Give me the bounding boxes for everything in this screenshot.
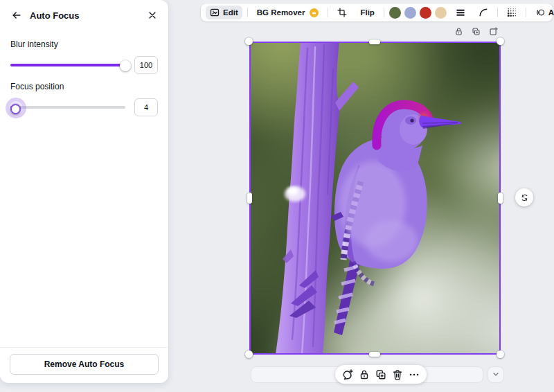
edit-image-icon (210, 8, 220, 17)
eye (410, 118, 413, 122)
curve-icon (479, 8, 488, 17)
remove-auto-focus-button[interactable]: Remove Auto Focus (10, 354, 159, 375)
resize-handle-top[interactable] (369, 39, 380, 44)
curve-button[interactable] (474, 6, 492, 19)
blur-intensity-label: Blur intensity (10, 39, 158, 49)
woodpecker-subject (249, 42, 501, 355)
photo-color-swatch-tan[interactable] (435, 7, 447, 19)
back-button[interactable] (10, 9, 23, 21)
lock-icon (454, 27, 463, 36)
resize-handle-bottom[interactable] (369, 352, 380, 357)
ellipsis-icon (409, 369, 420, 380)
blur-intensity-slider[interactable] (10, 59, 125, 71)
top-toolbar: Edit BG Remover Flip (201, 3, 553, 21)
photo-color-swatches (389, 7, 447, 19)
auto-focus-panel: Auto Focus Blur intensity 100 (0, 0, 168, 383)
animate-icon (535, 8, 545, 17)
toolbar-divider (384, 8, 384, 17)
focus-position-label: Focus position (10, 82, 158, 91)
panel-footer: Remove Auto Focus (0, 347, 168, 383)
trash-icon (392, 369, 403, 380)
add-page-icon (489, 27, 498, 36)
toolbar-divider (247, 8, 248, 17)
edit-button[interactable]: Edit (206, 6, 242, 19)
blur-intensity-row: 100 (10, 57, 158, 73)
slider-fill (10, 64, 125, 66)
transparency-button[interactable] (503, 6, 521, 19)
slider-fill (10, 106, 16, 109)
focus-position-slider[interactable] (10, 101, 125, 114)
toolbar-divider (526, 8, 526, 17)
focus-position-value[interactable]: 4 (134, 98, 158, 116)
delete-button[interactable] (392, 369, 403, 380)
chevron-down-icon (492, 370, 500, 380)
blur-slider-thumb[interactable] (120, 60, 131, 71)
crop-icon (337, 8, 347, 17)
line-style-icon (456, 8, 465, 17)
edit-label: Edit (223, 8, 238, 17)
rotate-icon (520, 193, 529, 202)
duplicate-page-icon (472, 27, 481, 36)
animate-label: Animate (548, 8, 554, 17)
close-icon (148, 10, 157, 20)
canva-editor: Edit BG Remover Flip (0, 0, 554, 392)
animate-button[interactable]: Animate (531, 6, 554, 19)
lock-button[interactable] (359, 369, 370, 380)
pro-crown-icon (310, 8, 319, 17)
duplicate-page-button[interactable] (472, 27, 481, 36)
bg-remover-button[interactable]: BG Remover (253, 6, 323, 19)
lock-icon (359, 369, 370, 380)
resize-handle-right[interactable] (498, 193, 503, 204)
toolbar-divider (497, 8, 498, 17)
duplicate-button[interactable] (375, 369, 386, 380)
blur-intensity-value[interactable]: 100 (134, 56, 158, 74)
page-controls (454, 27, 498, 36)
resize-handle-bottom-left[interactable] (245, 350, 253, 358)
flip-button[interactable]: Flip (356, 6, 378, 19)
lock-page-button[interactable] (454, 27, 463, 36)
branch-stub (335, 82, 359, 111)
panel-title: Auto Focus (30, 10, 80, 21)
focus-position-row: 4 (10, 99, 158, 116)
line-style-button[interactable] (452, 6, 470, 19)
more-button[interactable] (409, 369, 420, 380)
panel-header: Auto Focus (0, 0, 168, 27)
toolbar-divider (328, 8, 328, 17)
resize-handle-bottom-right[interactable] (497, 350, 504, 358)
close-panel-button[interactable] (146, 9, 159, 21)
slider-track[interactable] (10, 106, 125, 109)
quick-actions-bar (335, 365, 427, 384)
duplicate-icon (375, 369, 386, 380)
rotate-handle[interactable] (515, 188, 533, 206)
bg-remover-label: BG Remover (257, 8, 305, 17)
comment-add-icon (342, 369, 353, 380)
flip-label: Flip (360, 8, 374, 17)
resize-handle-top-left[interactable] (245, 37, 253, 45)
photo-color-swatch-green[interactable] (389, 7, 401, 19)
back-arrow-icon (12, 10, 21, 20)
resize-handle-top-right[interactable] (497, 37, 504, 45)
panel-body: Blur intensity 100 Focus position (0, 27, 168, 116)
crop-button[interactable] (333, 6, 351, 19)
photo-color-swatch-periwinkle[interactable] (404, 7, 416, 19)
transparency-icon (507, 8, 517, 17)
resize-handle-left[interactable] (247, 193, 252, 204)
selected-image[interactable] (249, 42, 501, 355)
photo-color-swatch-red[interactable] (420, 7, 431, 19)
collapse-page-strip-button[interactable] (488, 366, 504, 383)
add-page-button[interactable] (489, 27, 498, 36)
comment-button[interactable] (342, 369, 353, 380)
